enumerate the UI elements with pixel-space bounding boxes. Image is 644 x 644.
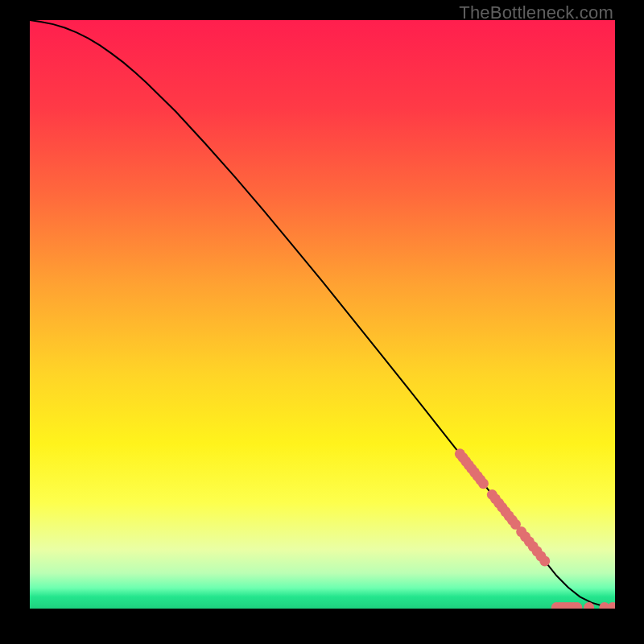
data-point [478,478,489,489]
data-point [539,555,550,566]
gradient-background [30,20,615,609]
chart-frame: TheBottleneck.com [0,0,644,644]
chart-svg [30,20,615,609]
plot-area [30,20,615,609]
